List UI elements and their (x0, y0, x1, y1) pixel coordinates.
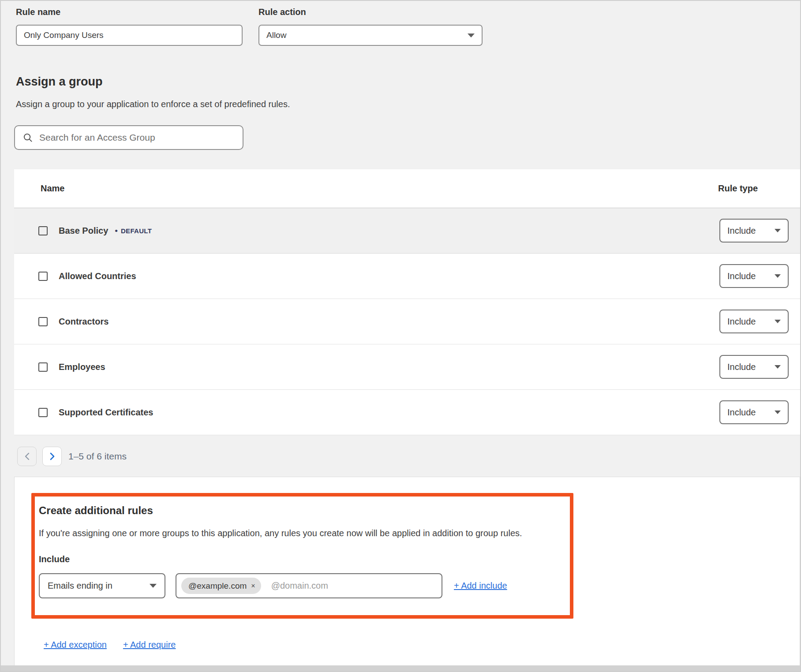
row-name: Supported Certificates (59, 407, 153, 418)
badge-dot: • (115, 227, 118, 235)
additional-rules-description: If you're assigning one or more groups t… (39, 528, 561, 538)
chevron-left-icon (25, 452, 30, 460)
include-label: Include (39, 554, 561, 564)
footer-links: + Add exception + Add require (44, 640, 800, 650)
previous-page-button[interactable] (17, 447, 37, 466)
badge-label: DEFAULT (121, 227, 152, 235)
access-group-table: Name Rule type Base Policy • DEFAULT Inc… (14, 169, 800, 435)
chevron-right-icon (50, 452, 55, 460)
rule-name-field-group: Rule name (16, 7, 243, 46)
rule-fields: Rule name Rule action Allow (1, 1, 800, 46)
window-bottom-edge (1, 665, 800, 671)
rule-type-value: Include (727, 226, 756, 236)
table-row-employees: Employees Include (14, 344, 800, 390)
email-domain-input-wrapper: @example.com × (176, 573, 442, 598)
chevron-down-icon (775, 365, 781, 369)
row-checkbox[interactable] (38, 226, 48, 235)
table-header: Name Rule type (14, 169, 800, 208)
next-page-button[interactable] (42, 447, 62, 466)
assign-group-description: Assign a group to your application to en… (16, 99, 800, 109)
table-row-contractors: Contractors Include (14, 299, 800, 344)
rule-type-value: Include (727, 317, 756, 327)
rule-action-select[interactable]: Allow (258, 25, 483, 46)
table-row-supported-certificates: Supported Certificates Include (14, 390, 800, 435)
row-name: Allowed Countries (59, 271, 136, 281)
email-domain-tag: @example.com × (181, 578, 261, 594)
email-domain-input[interactable] (271, 581, 435, 591)
table-row-base-policy: Base Policy • DEFAULT Include (14, 208, 800, 254)
pagination-range: 1–5 of 6 items (68, 451, 127, 462)
rule-type-select[interactable]: Include (719, 264, 789, 288)
additional-rules-card: Create additional rules If you're assign… (14, 477, 800, 668)
rule-action-field-group: Rule action Allow (258, 7, 483, 46)
rule-type-value: Include (727, 362, 756, 372)
chevron-down-icon (775, 411, 781, 414)
tag-value: @example.com (188, 581, 247, 591)
add-include-link[interactable]: + Add include (454, 581, 507, 591)
highlight-box: Create additional rules If you're assign… (31, 493, 573, 619)
chevron-down-icon (775, 274, 781, 278)
access-group-search (14, 125, 243, 150)
rule-type-select[interactable]: Include (719, 310, 789, 333)
row-checkbox[interactable] (38, 408, 48, 417)
column-header-name: Name (41, 183, 718, 194)
add-require-link[interactable]: + Add require (123, 640, 176, 650)
rule-controls: Emails ending in @example.com × + Add in… (39, 573, 561, 598)
row-checkbox[interactable] (38, 272, 48, 281)
column-header-rule-type: Rule type (718, 183, 789, 194)
rule-action-value: Allow (266, 30, 286, 40)
assign-group-title: Assign a group (16, 75, 800, 89)
rule-type-value: Include (727, 407, 756, 418)
pagination: 1–5 of 6 items (17, 447, 800, 466)
condition-value: Emails ending in (48, 581, 112, 591)
rule-name-input-wrapper (16, 25, 243, 46)
chevron-down-icon (775, 320, 781, 323)
row-name: Contractors (59, 317, 109, 327)
rule-name-input[interactable] (24, 30, 235, 40)
additional-rules-title: Create additional rules (39, 504, 561, 517)
row-checkbox[interactable] (38, 317, 48, 326)
rule-type-select[interactable]: Include (719, 355, 789, 379)
chevron-down-icon (468, 34, 475, 37)
rule-type-select[interactable]: Include (719, 400, 789, 424)
rule-type-value: Include (727, 271, 756, 281)
table-row-allowed-countries: Allowed Countries Include (14, 254, 800, 299)
row-checkbox[interactable] (38, 362, 48, 372)
search-input[interactable] (39, 132, 236, 143)
rule-type-select[interactable]: Include (719, 219, 789, 243)
chevron-down-icon (775, 229, 781, 232)
row-name: Base Policy (59, 226, 108, 236)
condition-select[interactable]: Emails ending in (39, 573, 165, 598)
search-icon (23, 133, 33, 143)
chevron-down-icon (150, 584, 157, 588)
tag-remove-icon[interactable]: × (251, 582, 255, 590)
rule-name-label: Rule name (16, 7, 243, 17)
rule-action-label: Rule action (258, 7, 483, 17)
add-exception-link[interactable]: + Add exception (44, 640, 107, 650)
row-name: Employees (59, 362, 105, 372)
default-badge: • DEFAULT (108, 227, 152, 235)
